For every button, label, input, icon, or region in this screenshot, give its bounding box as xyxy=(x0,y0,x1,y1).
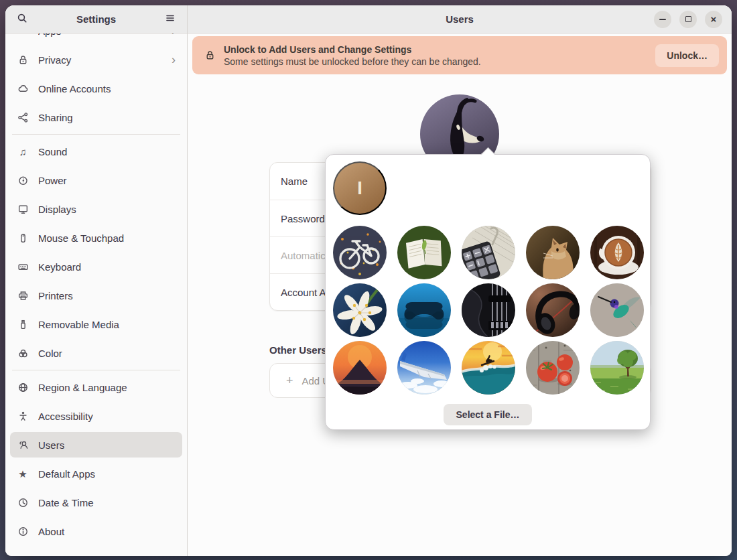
sidebar-item-label: Power xyxy=(38,175,176,186)
search-icon xyxy=(17,13,27,25)
other-users-heading: Other Users xyxy=(269,344,327,356)
sidebar-item-users[interactable]: Users xyxy=(10,432,182,458)
cloud-icon xyxy=(17,82,29,94)
avatar-option-airplane-wing[interactable] xyxy=(397,341,451,395)
sidebar-item-sharing[interactable]: Sharing xyxy=(10,104,182,130)
sidebar-item-label: Sharing xyxy=(38,112,176,123)
avatar-chooser-popover: I Select a File… xyxy=(325,154,651,430)
minimize-icon xyxy=(659,19,666,20)
select-file-button[interactable]: Select a File… xyxy=(444,404,533,425)
banner-subtitle: Some settings must be unlocked before th… xyxy=(224,56,655,68)
unlock-button[interactable]: Unlock… xyxy=(655,44,719,67)
sidebar-item-label: Color xyxy=(38,348,176,359)
sidebar-item-label: Mouse & Touchpad xyxy=(38,232,176,244)
sidebar-item-sound[interactable]: ♫Sound xyxy=(10,139,182,164)
sidebar-item-date-time[interactable]: Date & Time xyxy=(10,490,182,515)
window-title: Settings xyxy=(32,13,160,25)
initial-letter: I xyxy=(357,178,362,199)
settings-window: Settings Apps›Privacy›Online AccountsSha… xyxy=(5,5,732,556)
sidebar-divider xyxy=(12,134,180,135)
content-headerbar: Users × xyxy=(188,5,732,33)
sidebar-item-label: Removable Media xyxy=(38,319,176,330)
sidebar-item-power[interactable]: Power xyxy=(10,167,182,193)
printer-icon xyxy=(17,289,29,301)
info-icon xyxy=(17,525,29,537)
search-button[interactable] xyxy=(12,9,32,29)
avatar-option-calculator[interactable] xyxy=(462,226,515,279)
close-button[interactable]: × xyxy=(705,11,722,28)
usb-drive-icon xyxy=(17,318,29,330)
sidebar-item-mouse-touchpad[interactable]: Mouse & Touchpad xyxy=(10,225,182,251)
maximize-icon xyxy=(685,16,691,22)
sidebar-item-label: Displays xyxy=(38,204,176,215)
sidebar-item-about[interactable]: About xyxy=(10,518,182,544)
sidebar-nav: Apps›Privacy›Online AccountsSharing♫Soun… xyxy=(5,18,187,556)
lock-icon xyxy=(17,54,29,66)
form-row-label: Name xyxy=(281,176,308,187)
sidebar-item-default-apps[interactable]: ★Default Apps xyxy=(10,461,182,486)
lock-icon xyxy=(204,50,216,61)
avatar-option-headphones[interactable] xyxy=(526,283,580,337)
sidebar-item-color[interactable]: Color xyxy=(10,340,182,366)
sidebar-item-label: About xyxy=(38,526,176,537)
avatar-option-latte-coffee[interactable] xyxy=(590,226,644,279)
hamburger-menu-icon xyxy=(165,13,176,25)
sidebar-item-label: Printers xyxy=(38,290,176,301)
unlock-banner: Unlock to Add Users and Change Settings … xyxy=(192,36,727,74)
sidebar-item-label: Date & Time xyxy=(38,497,176,508)
color-icon xyxy=(17,347,29,359)
sidebar-item-printers[interactable]: Printers xyxy=(10,283,182,308)
sidebar-item-label: Region & Language xyxy=(38,382,176,393)
music-note-icon: ♫ xyxy=(17,145,29,157)
desktop: { "window_title": "Settings", "page_titl… xyxy=(0,0,737,560)
sidebar-divider xyxy=(12,370,180,370)
chevron-right-icon: › xyxy=(172,54,176,66)
avatar-option-guitar[interactable] xyxy=(462,283,515,337)
avatar-option-open-book[interactable] xyxy=(397,226,451,279)
stock-avatar-grid xyxy=(333,226,643,395)
banner-text: Unlock to Add Users and Change Settings … xyxy=(224,44,655,68)
sidebar-item-label: Online Accounts xyxy=(38,83,176,94)
sidebar-item-label: Keyboard xyxy=(38,261,176,273)
form-row-label: Account A xyxy=(281,287,326,298)
sidebar-item-keyboard[interactable]: Keyboard xyxy=(10,254,182,279)
window-controls: × xyxy=(654,11,732,28)
sidebar-item-label: Default Apps xyxy=(38,468,176,480)
sidebar-item-label: Users xyxy=(38,439,176,451)
sidebar-item-online-accounts[interactable]: Online Accounts xyxy=(10,76,182,101)
avatar-option-mountain-sunset[interactable] xyxy=(333,341,387,395)
share-icon xyxy=(17,111,29,123)
globe-icon xyxy=(17,381,29,393)
accessibility-icon xyxy=(17,410,29,422)
sidebar-item-removable-media[interactable]: Removable Media xyxy=(10,311,182,337)
sidebar-item-displays[interactable]: Displays xyxy=(10,196,182,222)
banner-title: Unlock to Add Users and Change Settings xyxy=(224,44,655,56)
avatar-option-cat[interactable] xyxy=(526,226,580,279)
maximize-button[interactable] xyxy=(679,11,697,28)
plus-icon: + xyxy=(286,374,293,387)
avatar-option-bicycle[interactable] xyxy=(333,226,387,279)
avatar-option-game-controller[interactable] xyxy=(397,283,451,337)
avatar-option-tomatoes[interactable] xyxy=(526,341,580,395)
users-panel: Users × Unlock to Add Users and Change S… xyxy=(188,5,732,556)
users-icon xyxy=(17,439,29,451)
page-title: Users xyxy=(188,13,732,25)
sidebar-item-accessibility[interactable]: Accessibility xyxy=(10,403,182,429)
sidebar-item-label: Accessibility xyxy=(38,411,176,422)
avatar-option-surfer[interactable] xyxy=(462,341,515,395)
sidebar-item-privacy[interactable]: Privacy› xyxy=(10,47,182,72)
power-icon xyxy=(17,174,29,186)
minimize-button[interactable] xyxy=(654,11,671,28)
sidebar-headerbar: Settings xyxy=(5,5,187,33)
sidebar-item-label: Sound xyxy=(38,146,176,157)
sidebar-item-region-language[interactable]: Region & Language xyxy=(10,374,182,400)
initial-letter-avatar-option[interactable]: I xyxy=(333,161,387,215)
avatar-option-hummingbird[interactable] xyxy=(590,283,644,337)
keyboard-icon xyxy=(17,261,29,273)
menu-button[interactable] xyxy=(160,9,180,29)
close-icon: × xyxy=(711,14,717,25)
avatar-option-lily-flower[interactable] xyxy=(333,283,387,337)
avatar-option-tree[interactable] xyxy=(590,341,644,395)
form-row-label: Password xyxy=(281,213,325,224)
form-row-label: Automatic xyxy=(281,250,326,261)
